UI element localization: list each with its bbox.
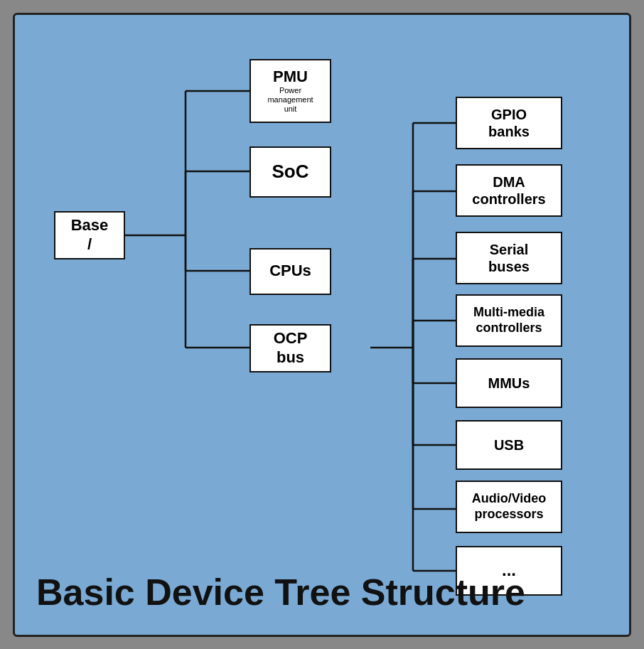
node-pmu: PMU Power managementunit (249, 59, 331, 123)
main-container: Base/ PMU Power managementunit SoC CPUs … (13, 13, 631, 637)
node-usb: USB (456, 420, 562, 470)
node-audiovideo: Audio/Videoprocessors (456, 481, 562, 533)
node-cpus: CPUs (249, 248, 331, 295)
node-dma: DMAcontrollers (456, 164, 562, 217)
node-mmus: MMUs (456, 358, 562, 408)
node-ocpbus: OCPbus (249, 324, 331, 372)
node-gpio: GPIObanks (456, 97, 562, 149)
node-soc: SoC (249, 146, 331, 198)
node-base: Base/ (54, 211, 125, 259)
node-multimedia: Multi-mediacontrollers (456, 294, 562, 347)
node-serial: Serialbuses (456, 232, 562, 284)
diagram-title: Basic Device Tree Structure (36, 572, 525, 613)
